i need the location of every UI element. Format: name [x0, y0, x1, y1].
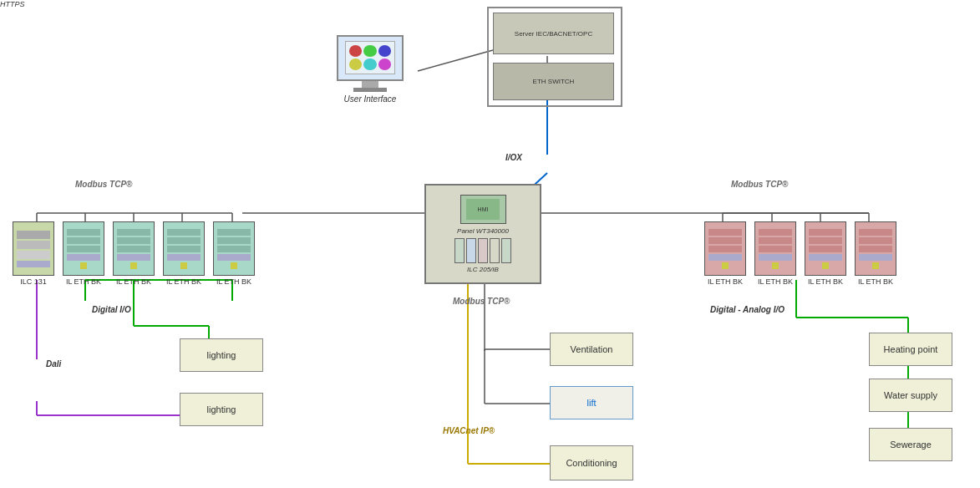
user-interface-container: User Interface	[324, 29, 416, 109]
panel-screen: HMI	[460, 195, 506, 224]
panel-modules	[454, 238, 511, 263]
il-eth-bk-r1-device: IL ETH BK	[700, 221, 750, 286]
monitor-base	[353, 88, 387, 92]
il-eth-bk-4-icon	[213, 221, 255, 276]
lift-node: lift	[550, 386, 633, 419]
monitor-icon	[337, 35, 404, 81]
il-eth-bk-r3-label: IL ETH BK	[808, 277, 843, 286]
digital-analog-io-label: Digital - Analog I/O	[710, 305, 785, 314]
ilc131-label: ILC 131	[20, 277, 47, 286]
il-eth-bk-r2-icon	[754, 221, 796, 276]
modbus-tcp-left-label: Modbus TCP®	[75, 180, 132, 189]
sewerage-node: Sewerage	[869, 428, 952, 461]
heating-point-label: Heating point	[884, 344, 938, 354]
server-group-border	[487, 7, 622, 107]
il-eth-bk-1-icon	[63, 221, 104, 276]
il-eth-bk-4-device: IL ETH BK	[209, 221, 259, 286]
ventilation-label: Ventilation	[571, 344, 613, 354]
dali-label: Dali	[46, 359, 61, 369]
il-eth-bk-1-device: IL ETH BK	[58, 221, 109, 286]
lift-label: lift	[587, 398, 597, 408]
lighting1-label: lighting	[207, 350, 236, 360]
sewerage-label: Sewerage	[890, 440, 932, 450]
il-eth-bk-1-label: IL ETH BK	[66, 277, 101, 286]
modbus-tcp-center-label: Modbus TCP®	[453, 297, 510, 306]
diagram: HTTPS Server IEC/BACNET/OPC ETH SWITCH U…	[0, 0, 980, 488]
il-eth-bk-r4-label: IL ETH BK	[858, 277, 893, 286]
svg-line-0	[418, 50, 493, 71]
ventilation-node: Ventilation	[550, 333, 633, 366]
https-label: HTTPS	[0, 0, 25, 8]
monitor-screen	[345, 41, 395, 74]
panel-label-bottom: ILC 205/IB	[467, 266, 499, 273]
il-eth-bk-r3-device: IL ETH BK	[800, 221, 851, 286]
il-eth-bk-r4-icon	[855, 221, 896, 276]
conditioning-label: Conditioning	[566, 458, 617, 468]
il-eth-bk-2-device: IL ETH BK	[109, 221, 159, 286]
lighting2-node: lighting	[180, 393, 263, 426]
il-eth-bk-3-icon	[163, 221, 205, 276]
il-eth-bk-r1-icon	[704, 221, 746, 276]
water-supply-node: Water supply	[869, 379, 952, 412]
il-eth-bk-2-label: IL ETH BK	[116, 277, 151, 286]
il-eth-bk-r1-label: IL ETH BK	[708, 277, 743, 286]
lighting2-label: lighting	[207, 404, 236, 414]
digital-io-label: Digital I/O	[92, 305, 131, 314]
user-interface-label: User Interface	[344, 94, 397, 104]
il-eth-bk-3-device: IL ETH BK	[159, 221, 209, 286]
water-supply-label: Water supply	[884, 390, 937, 400]
lighting1-node: lighting	[180, 338, 263, 372]
il-eth-bk-3-label: IL ETH BK	[166, 277, 201, 286]
il-eth-bk-2-icon	[113, 221, 155, 276]
monitor-stand	[362, 81, 378, 88]
il-eth-bk-r4-device: IL ETH BK	[851, 221, 901, 286]
iox-label: I/OX	[505, 153, 522, 162]
conditioning-node: Conditioning	[550, 445, 633, 480]
panel-cabinet: HMI Panel WT340000 ILC 205/IB	[424, 184, 541, 284]
il-eth-bk-r3-icon	[805, 221, 846, 276]
heating-point-node: Heating point	[869, 333, 952, 366]
il-eth-bk-r2-label: IL ETH BK	[758, 277, 793, 286]
modbus-tcp-right-label: Modbus TCP®	[731, 180, 788, 189]
ilc131-icon	[13, 221, 54, 276]
ilc131-device: ILC 131	[8, 221, 58, 286]
panel-label-top: Panel WT340000	[457, 227, 509, 235]
il-eth-bk-4-label: IL ETH BK	[216, 277, 251, 286]
il-eth-bk-r2-device: IL ETH BK	[750, 221, 800, 286]
hvacnet-ip-label: HVACnet IP®	[443, 426, 495, 435]
